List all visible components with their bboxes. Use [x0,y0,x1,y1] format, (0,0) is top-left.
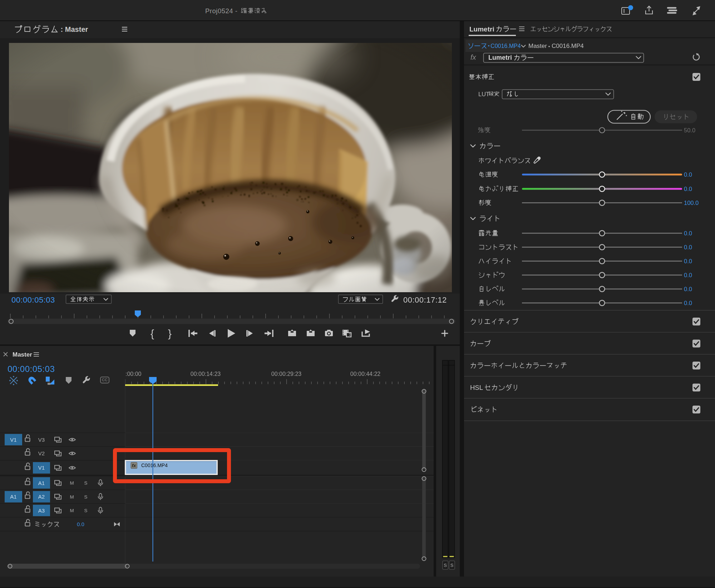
svg-text:: Master: : Master [61,25,88,33]
svg-text:V1: V1 [38,465,45,471]
svg-text:0.0: 0.0 [684,186,692,192]
svg-text:V2: V2 [38,450,45,456]
svg-text:Lumetri: Lumetri [469,25,494,33]
svg-text:HSL: HSL [470,384,483,391]
svg-text:100.0: 100.0 [684,200,699,206]
svg-text:00:00:05:03: 00:00:05:03 [11,295,55,304]
svg-text:S: S [450,563,454,568]
svg-text:0.0: 0.0 [684,258,692,264]
svg-text:V1: V1 [10,437,16,443]
svg-text:M: M [70,508,74,513]
svg-text:00:00:05:03: 00:00:05:03 [8,364,55,374]
svg-text:Lumetri: Lumetri [488,54,512,61]
svg-text:C0016.MP4: C0016.MP4 [552,43,584,49]
svg-text:S: S [444,563,447,568]
svg-text:M: M [70,480,74,486]
svg-text:S: S [84,494,87,500]
svg-text:A2: A2 [38,494,45,500]
svg-text:0.0: 0.0 [684,286,692,292]
svg-text:C0016.MP4: C0016.MP4 [141,462,168,468]
svg-text::00:00: :00:00 [125,371,142,377]
svg-text:Proj0524 -: Proj0524 - [205,7,237,15]
svg-text:}: } [168,328,172,339]
svg-text:00:00:14:23: 00:00:14:23 [191,371,221,377]
svg-text:V3: V3 [38,437,45,443]
svg-text:0.0: 0.0 [77,521,84,527]
svg-text:CC: CC [102,378,108,382]
svg-text:50.0: 50.0 [684,127,695,133]
svg-text:00:00:44:22: 00:00:44:22 [350,371,381,377]
svg-text:00:00:17:12: 00:00:17:12 [403,295,447,304]
svg-text:0.0: 0.0 [684,272,692,278]
svg-text:fx: fx [470,53,477,61]
svg-text:0.0: 0.0 [684,230,692,236]
svg-text:A1: A1 [38,480,45,486]
svg-text:fx: fx [132,463,136,468]
svg-text:0.0: 0.0 [684,300,692,306]
svg-text:A3: A3 [38,508,45,514]
svg-text:C0016.MP4: C0016.MP4 [490,43,521,49]
svg-text:S: S [84,480,87,486]
svg-text:S: S [84,508,87,513]
svg-text:0.0: 0.0 [684,244,692,250]
svg-text:LUT: LUT [478,91,489,97]
svg-text:M: M [70,494,74,500]
svg-text:00:00:29:23: 00:00:29:23 [271,371,302,377]
svg-text:Master: Master [528,43,547,49]
svg-text:A1: A1 [10,494,16,500]
svg-text:Master: Master [13,351,32,358]
svg-text:0.0: 0.0 [684,171,692,178]
svg-text:{: { [151,328,154,339]
